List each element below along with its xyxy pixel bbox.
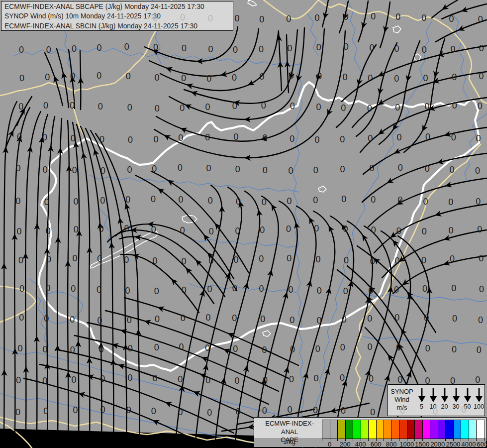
svg-text:0: 0	[290, 315, 294, 325]
svg-text:0: 0	[74, 224, 79, 234]
svg-text:0: 0	[396, 226, 401, 236]
svg-text:0: 0	[155, 73, 160, 83]
down-arrow-icon	[474, 387, 485, 403]
svg-text:0: 0	[316, 316, 321, 326]
svg-text:0: 0	[208, 44, 213, 54]
svg-text:0: 0	[371, 11, 376, 21]
svg-text:0: 0	[16, 375, 21, 385]
wind-speed-item: 30	[450, 387, 462, 410]
svg-text:0: 0	[15, 196, 20, 206]
cape-scale-value: 1000	[399, 441, 414, 448]
svg-text:0: 0	[448, 197, 453, 207]
svg-text:0: 0	[287, 196, 292, 206]
svg-text:0: 0	[476, 133, 481, 143]
svg-text:0: 0	[260, 314, 265, 324]
svg-text:0: 0	[178, 195, 183, 205]
svg-text:0: 0	[44, 197, 49, 207]
svg-text:0: 0	[286, 224, 291, 234]
svg-text:0: 0	[70, 71, 75, 81]
cape-color-bar	[322, 420, 485, 439]
svg-text:0: 0	[205, 313, 210, 323]
svg-text:0: 0	[73, 405, 78, 415]
svg-text:0: 0	[180, 103, 185, 113]
svg-text:0: 0	[206, 163, 211, 173]
svg-text:0: 0	[207, 408, 212, 418]
svg-text:0: 0	[263, 165, 268, 175]
svg-text:0: 0	[452, 314, 457, 324]
title-sbcape: ECMWF-INDEX-ANAL SBCAPE (J/kg) Monday 24…	[4, 2, 233, 11]
cape-legend: ECMWF-INDEX-ANAL CAPE J/kg 0200400600800…	[254, 417, 487, 448]
cape-scale-value: 200	[340, 441, 351, 448]
svg-text:0: 0	[232, 313, 237, 323]
cape-color-cell	[461, 420, 469, 439]
svg-text:0: 0	[313, 165, 318, 175]
svg-text:0: 0	[394, 44, 399, 54]
svg-text:0: 0	[100, 374, 105, 384]
svg-text:0: 0	[367, 314, 372, 324]
svg-text:0: 0	[44, 314, 49, 324]
cape-color-cell	[330, 420, 338, 439]
svg-text:0: 0	[475, 166, 480, 176]
cape-color-cell	[377, 420, 385, 439]
svg-text:0: 0	[207, 284, 212, 294]
svg-text:0: 0	[421, 13, 426, 23]
svg-text:0: 0	[452, 101, 457, 111]
svg-text:0: 0	[15, 163, 20, 173]
svg-text:0: 0	[394, 74, 399, 84]
svg-text:0: 0	[153, 42, 158, 52]
svg-text:0: 0	[151, 224, 156, 234]
svg-text:0: 0	[232, 73, 237, 83]
svg-text:0: 0	[178, 133, 183, 143]
svg-text:0: 0	[206, 74, 211, 84]
cape-scale-tick	[322, 439, 322, 441]
svg-text:0: 0	[368, 133, 373, 143]
svg-text:0: 0	[43, 344, 48, 354]
cape-scale-value: 6000	[477, 441, 487, 448]
svg-text:0: 0	[395, 256, 400, 266]
svg-text:0: 0	[478, 101, 483, 111]
svg-text:0: 0	[45, 283, 50, 293]
svg-text:0: 0	[317, 286, 322, 296]
svg-text:0: 0	[181, 73, 186, 83]
cape-scale-tick	[337, 439, 338, 441]
cape-color-cell	[446, 420, 454, 439]
cape-color-cell	[353, 420, 361, 439]
svg-text:0: 0	[425, 102, 430, 112]
svg-text:0: 0	[290, 344, 295, 354]
svg-text:0: 0	[70, 315, 75, 325]
svg-text:0: 0	[370, 256, 375, 266]
cape-scale-value: 2500	[446, 441, 460, 448]
svg-text:0: 0	[314, 135, 319, 145]
cape-color-cell	[438, 420, 446, 439]
svg-text:0: 0	[450, 165, 455, 175]
cape-color-cell	[338, 420, 346, 439]
svg-text:0: 0	[234, 13, 239, 23]
svg-text:0: 0	[315, 344, 320, 354]
svg-text:0: 0	[17, 343, 22, 353]
svg-text:0: 0	[232, 101, 237, 111]
svg-text:0: 0	[421, 255, 426, 265]
svg-text:0: 0	[43, 165, 48, 175]
cape-scale-value: 0	[328, 441, 331, 448]
cape-color-cell	[430, 420, 438, 439]
svg-text:0: 0	[370, 407, 375, 417]
svg-text:0: 0	[290, 134, 294, 144]
svg-text:0: 0	[153, 373, 158, 383]
svg-text:0: 0	[395, 12, 400, 22]
svg-text:0: 0	[259, 284, 264, 294]
svg-text:0: 0	[99, 134, 104, 144]
cape-scale-value: 800	[386, 441, 397, 448]
svg-text:0: 0	[100, 166, 105, 176]
svg-text:0: 0	[100, 405, 105, 415]
svg-text:0: 0	[425, 343, 430, 353]
svg-text:0: 0	[43, 406, 48, 416]
wind-speed-value: 30	[453, 403, 460, 410]
svg-text:0: 0	[126, 71, 131, 81]
svg-text:0: 0	[155, 314, 160, 324]
svg-text:0: 0	[234, 376, 239, 386]
title-synop-wind: SYNOP Wind (m/s) 10m Monday 24-11-2025 1…	[4, 11, 233, 21]
svg-text:0: 0	[368, 73, 373, 83]
svg-text:0: 0	[205, 343, 210, 353]
svg-text:0: 0	[262, 197, 267, 207]
cape-color-cell	[399, 420, 407, 439]
